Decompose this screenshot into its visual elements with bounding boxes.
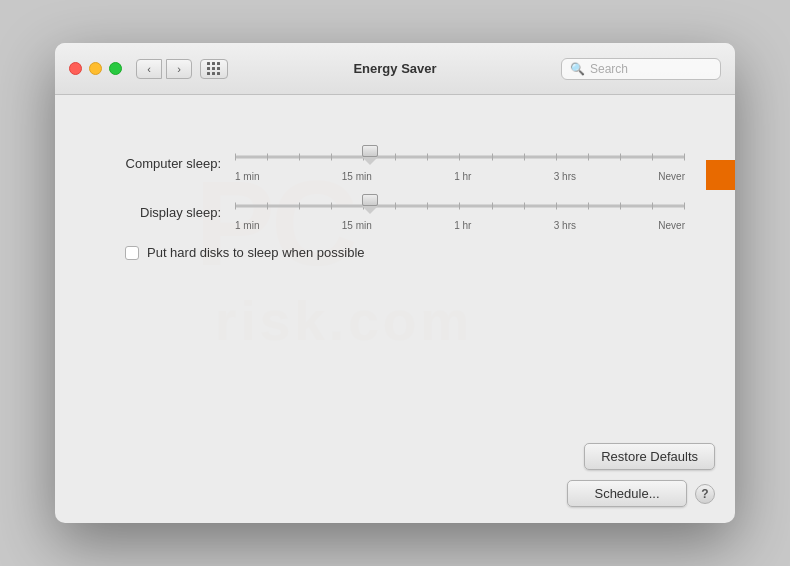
grid-icon [207,62,221,76]
close-button[interactable] [69,62,82,75]
tick-label-never: Never [658,171,685,182]
tick-8 [459,154,460,161]
back-button[interactable]: ‹ [136,59,162,79]
tick-11 [556,154,557,161]
tick-label-15min: 15 min [342,171,372,182]
tick-10 [524,154,525,161]
d-thumb-tri [362,206,378,214]
titlebar: ‹ › Energy Saver 🔍 [55,43,735,95]
tick-label-3hrs: 3 hrs [554,171,576,182]
nav-buttons: ‹ › [136,59,192,79]
d-tick-9 [492,203,493,210]
d-tick-7 [427,203,428,210]
d-tick-1 [235,203,236,210]
d-tick-4 [331,203,332,210]
back-icon: ‹ [147,63,151,75]
bottom-row: Schedule... ? [567,480,715,507]
help-button[interactable]: ? [695,484,715,504]
display-sleep-thumb[interactable] [362,194,378,214]
display-sleep-label: Display sleep: [105,205,235,220]
tick-4 [331,154,332,161]
d-tick-label-1min: 1 min [235,220,259,231]
sliders-panel: Computer sleep: [95,125,695,270]
tick-14 [652,154,653,161]
display-sleep-tick-labels: 1 min 15 min 1 hr 3 hrs Never [235,220,685,231]
energy-saver-window: ‹ › Energy Saver 🔍 PC risk.com [55,43,735,523]
hard-disk-sleep-row[interactable]: Put hard disks to sleep when possible [125,245,685,260]
d-tick-8 [459,203,460,210]
maximize-button[interactable] [109,62,122,75]
forward-button[interactable]: › [166,59,192,79]
search-icon: 🔍 [570,62,585,76]
content-area: PC risk.com Computer sleep: [55,95,735,433]
tick-2 [267,154,268,161]
d-thumb-rect [362,194,378,206]
hard-disk-sleep-checkbox[interactable] [125,246,139,260]
schedule-button[interactable]: Schedule... [567,480,687,507]
tick-9 [492,154,493,161]
thumb-rect [362,145,378,157]
tick-7 [427,154,428,161]
d-tick-13 [620,203,621,210]
d-tick-14 [652,203,653,210]
d-tick-label-3hrs: 3 hrs [554,220,576,231]
svg-marker-2 [706,150,735,200]
minimize-button[interactable] [89,62,102,75]
tick-row [235,154,685,161]
computer-sleep-slider-wrap[interactable] [235,145,685,169]
search-input[interactable] [590,62,712,76]
d-tick-2 [267,203,268,210]
tick-1 [235,154,236,161]
tick-label-1hr: 1 hr [454,171,471,182]
display-sleep-slider-wrap[interactable] [235,194,685,218]
tick-15 [684,154,685,161]
window-title: Energy Saver [353,61,436,76]
tick-13 [620,154,621,161]
arrow-svg [696,145,735,200]
d-tick-11 [556,203,557,210]
computer-sleep-row: Computer sleep: [105,145,685,182]
computer-sleep-label: Computer sleep: [105,156,235,171]
svg-text:risk.com: risk.com [215,290,473,345]
display-sleep-slider-container: 1 min 15 min 1 hr 3 hrs Never [235,194,685,231]
tick-row-2 [235,203,685,210]
orange-arrow-annotation [696,145,735,202]
display-sleep-row: Display sleep: [105,194,685,231]
search-box[interactable]: 🔍 [561,58,721,80]
d-tick-10 [524,203,525,210]
tick-6 [395,154,396,161]
d-tick-12 [588,203,589,210]
computer-sleep-thumb[interactable] [362,145,378,165]
traffic-lights [69,62,122,75]
d-tick-15 [684,203,685,210]
forward-icon: › [177,63,181,75]
restore-defaults-button[interactable]: Restore Defaults [584,443,715,470]
hard-disk-sleep-label: Put hard disks to sleep when possible [147,245,365,260]
d-tick-label-never: Never [658,220,685,231]
d-tick-6 [395,203,396,210]
d-tick-3 [299,203,300,210]
tick-12 [588,154,589,161]
grid-view-button[interactable] [200,59,228,79]
bottom-area: Restore Defaults Schedule... ? [55,433,735,523]
tick-3 [299,154,300,161]
computer-sleep-tick-labels: 1 min 15 min 1 hr 3 hrs Never [235,171,685,182]
tick-label-1min: 1 min [235,171,259,182]
computer-sleep-slider-container: 1 min 15 min 1 hr 3 hrs Never [235,145,685,182]
d-tick-label-1hr: 1 hr [454,220,471,231]
d-tick-label-15min: 15 min [342,220,372,231]
thumb-tri [362,157,378,165]
